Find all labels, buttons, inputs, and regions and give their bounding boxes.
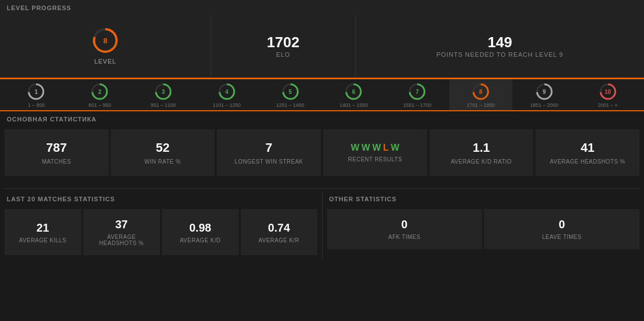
points-block: 149 POINTS NEEDED TO REACH LEVEL 9 — [356, 15, 644, 76]
level-gauge: 8 — [91, 26, 119, 55]
ladder-gauge: 6 — [344, 82, 363, 101]
other-stats-grid: 0AFK TIMES0LEAVE TIMES — [323, 206, 645, 252]
result-0: W — [351, 143, 359, 153]
last20-title: LAST 20 MATCHES STATISTICS — [0, 191, 322, 206]
stat-label: AVERAGE HEADSHOTS % — [550, 159, 625, 165]
ladder-item-7[interactable]: 71551 – 1700 — [386, 79, 449, 110]
last20-card-1: 37AVERAGE HEADSHOTS % — [83, 209, 160, 255]
stat-value: 41 — [580, 141, 594, 155]
ladder-gauge: 3 — [154, 82, 173, 101]
ladder-gauge: 2 — [90, 82, 109, 101]
stat-value: 787 — [46, 141, 67, 155]
bottom-stat-label: AVERAGE HEADSHOTS % — [88, 234, 155, 246]
ladder-num: 8 — [479, 88, 482, 94]
ladder-num: 5 — [289, 88, 292, 94]
main-stat-card-2: 7LONGEST WIN STREAK — [217, 129, 321, 176]
ladder-item-5[interactable]: 51251 – 1400 — [258, 79, 322, 110]
elo-block: 1702 ELO — [211, 15, 356, 76]
recent-results: WWWLW — [351, 143, 399, 153]
last20-section: LAST 20 MATCHES STATISTICS 21AVERAGE KIL… — [0, 191, 323, 259]
ladder-range: 1251 – 1400 — [276, 102, 305, 108]
ladder-range: 1101 – 1250 — [213, 102, 241, 108]
ladder-num: 10 — [605, 88, 611, 94]
main-stat-card-0: 787MATCHES — [5, 129, 109, 176]
bottom-stat-value: 0.74 — [268, 221, 290, 234]
ladder-item-10[interactable]: 102001 – » — [576, 79, 639, 110]
stat-label: MATCHES — [42, 159, 71, 165]
other-stats-section: OTHER STATISTICS 0AFK TIMES0LEAVE TIMES — [323, 191, 645, 259]
ladder-num: 6 — [352, 88, 356, 94]
ladder-gauge: 7 — [408, 82, 427, 101]
level-block: 8 LEVEL — [0, 15, 211, 76]
ladder-range: 2001 – » — [598, 102, 618, 108]
main-stat-card-3: WWWLWRECENT RESULTS — [323, 129, 427, 176]
stat-value: 1.1 — [473, 141, 490, 155]
points-label: POINTS NEEDED TO REACH LEVEL 9 — [436, 51, 563, 58]
level-ladder: 11 – 800 2801 – 950 3951 – 1100 41101 – … — [0, 79, 644, 110]
main-stats-grid: 787MATCHES52WIN RATE %7LONGEST WIN STREA… — [0, 126, 644, 179]
level-top-row: 8 LEVEL 1702 ELO 149 POINTS NEEDED TO RE… — [0, 15, 644, 76]
result-3: L — [383, 143, 389, 153]
main-stat-card-4: 1.1AVERAGE K/D RATIO — [430, 129, 534, 176]
ladder-num: 2 — [98, 88, 101, 94]
last20-card-2: 0.98AVERAGE K/D — [162, 209, 239, 255]
ladder-item-6[interactable]: 61401 – 1550 — [322, 79, 386, 110]
bottom-stat-label: AVERAGE K/R — [258, 237, 299, 243]
other-stat-card-0: 0AFK TIMES — [327, 209, 482, 249]
bottom-stat-value: 21 — [37, 221, 49, 234]
result-2: W — [372, 143, 381, 153]
last20-grid: 21AVERAGE KILLS37AVERAGE HEADSHOTS %0.98… — [0, 206, 322, 259]
ladder-item-9[interactable]: 91851 – 2000 — [512, 79, 576, 110]
ladder-gauge: 8 — [471, 82, 490, 101]
main-stat-card-1: 52WIN RATE % — [111, 129, 215, 176]
level-progress-section: LEVEL PROGRESS 8 LEVEL 1702 ELO 149 POIN… — [0, 0, 644, 111]
other-stat-label: LEAVE TIMES — [542, 234, 582, 240]
other-stat-label: AFK TIMES — [388, 234, 421, 240]
stat-label: RECENT RESULTS — [348, 156, 402, 162]
ladder-item-3[interactable]: 3951 – 1100 — [132, 79, 195, 110]
ladder-item-2[interactable]: 2801 – 950 — [68, 79, 132, 110]
ladder-range: 1401 – 1550 — [339, 102, 368, 108]
ladder-gauge: 4 — [217, 82, 236, 101]
elo-value: 1702 — [267, 34, 299, 51]
ladder-gauge: 9 — [535, 82, 554, 101]
result-4: W — [391, 143, 399, 153]
ladder-num: 9 — [543, 88, 546, 94]
stat-label: AVERAGE K/D RATIO — [451, 159, 512, 165]
elo-label: ELO — [276, 51, 290, 58]
ladder-range: 1851 – 2000 — [530, 102, 558, 108]
main-stats-section: ОСНОВНАЯ СТАТИСТИКА 787MATCHES52WIN RATE… — [0, 111, 644, 188]
ladder-item-8[interactable]: 81701 – 1850 — [449, 79, 513, 110]
other-stat-value: 0 — [401, 218, 408, 231]
ladder-gauge: 5 — [281, 82, 300, 101]
bottom-stat-label: AVERAGE K/D — [180, 237, 221, 243]
stat-label: WIN RATE % — [145, 159, 181, 165]
result-1: W — [361, 143, 370, 153]
points-value: 149 — [488, 34, 512, 51]
bottom-stat-label: AVERAGE KILLS — [19, 237, 66, 243]
ladder-item-4[interactable]: 41101 – 1250 — [195, 79, 258, 110]
ladder-item-1[interactable]: 11 – 800 — [5, 79, 68, 110]
ladder-range: 801 – 950 — [88, 102, 111, 108]
ladder-range: 1 – 800 — [28, 102, 44, 108]
stat-value: 7 — [266, 141, 272, 155]
divider — [5, 188, 639, 189]
main-stats-title: ОСНОВНАЯ СТАТИСТИКА — [0, 111, 644, 126]
ladder-num: 7 — [415, 88, 419, 94]
other-stat-card-1: 0LEAVE TIMES — [484, 209, 639, 249]
last20-card-0: 21AVERAGE KILLS — [5, 209, 81, 255]
bottom-stat-value: 0.98 — [189, 221, 211, 234]
last20-card-3: 0.74AVERAGE K/R — [241, 209, 317, 255]
other-stat-value: 0 — [559, 218, 565, 231]
level-number: 8 — [103, 37, 107, 45]
ladder-num: 3 — [162, 88, 165, 94]
level-label: LEVEL — [94, 58, 116, 65]
ladder-num: 1 — [35, 88, 38, 94]
level-progress-title: LEVEL PROGRESS — [0, 0, 644, 15]
stat-label: LONGEST WIN STREAK — [235, 159, 303, 165]
ladder-gauge: 1 — [26, 82, 46, 101]
stat-value: 52 — [156, 141, 169, 155]
bottom-section: LAST 20 MATCHES STATISTICS 21AVERAGE KIL… — [0, 191, 644, 259]
other-stats-title: OTHER STATISTICS — [323, 191, 645, 206]
ladder-gauge: 10 — [598, 82, 618, 101]
